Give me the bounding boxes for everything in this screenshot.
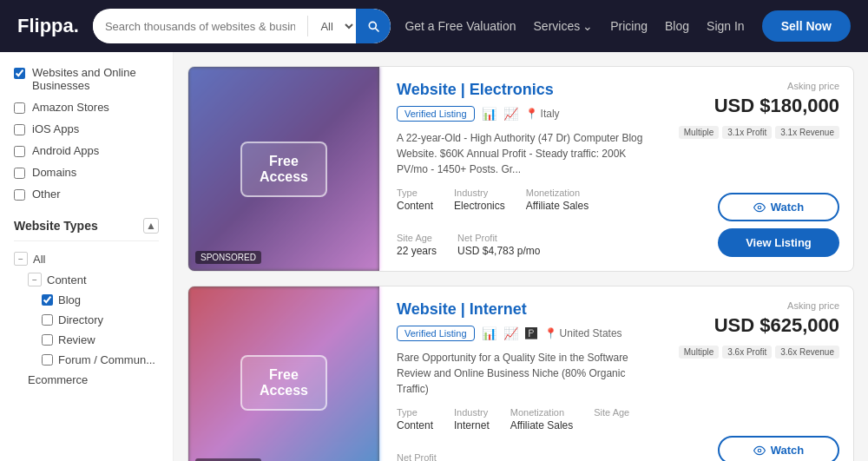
watch-button-2[interactable]: Watch [718, 436, 839, 461]
asking-price-2: USD $625,000 [714, 314, 839, 337]
tree-forum-checkbox[interactable] [42, 354, 53, 366]
paypal-icon-2: 🅿 [525, 326, 537, 340]
location-pin-icon-2: 📍 [544, 327, 557, 339]
eye-icon-2 [753, 445, 766, 457]
nav-valuation[interactable]: Get a Free Valuation [404, 19, 516, 33]
location-pin-icon-1: 📍 [525, 108, 538, 120]
location-2: 📍 United States [544, 327, 622, 339]
meta-monetization-value-1: Affiliate Sales [526, 200, 589, 212]
tree-all-label: All [33, 253, 45, 266]
tree-all[interactable]: − All [14, 252, 159, 266]
sidebar: Websites and Online Businesses Amazon St… [0, 52, 174, 461]
filter-amazon[interactable]: Amazon Stores [14, 101, 159, 114]
meta-industry-label-2: Industry [454, 407, 490, 418]
meta-type-2: Type Content [397, 407, 433, 431]
tree-blog-label: Blog [58, 293, 81, 306]
tree-forum[interactable]: Forum / Commun... [14, 353, 159, 366]
listing-meta-2: Type Content Industry Internet Monetizat… [397, 407, 645, 461]
listing-right-1: Asking price USD $180,000 Multiple 3.1x … [662, 67, 853, 271]
meta-industry-value-2: Internet [454, 419, 490, 431]
tree-directory-checkbox[interactable] [42, 314, 53, 326]
filter-section-types: Websites and Online Businesses Amazon St… [14, 66, 159, 201]
verified-badge-1: Verified Listing [397, 106, 475, 122]
meta-age-1: Site Age 22 years [397, 233, 437, 257]
multiple-badge-1-0: Multiple [679, 126, 719, 139]
listing-card-2: FreeAccess SPONSORED Website | Internet … [187, 286, 854, 461]
tree-content-label: Content [47, 273, 87, 286]
search-button[interactable] [356, 9, 391, 43]
meta-profit-1: Net Profit USD $4,783 p/mo [457, 233, 540, 257]
meta-profit-label-1: Net Profit [457, 233, 540, 243]
search-bar: All [93, 9, 391, 43]
tree-blog[interactable]: Blog [14, 293, 159, 306]
filter-domains-label: Domains [32, 166, 76, 179]
chevron-down-icon: ⌄ [582, 19, 593, 33]
multiples-2: Multiple 3.6x Profit 3.6x Revenue [679, 346, 839, 359]
filter-ios-checkbox[interactable] [14, 124, 25, 135]
tree-content-collapse[interactable]: − [28, 273, 42, 286]
filter-ios[interactable]: iOS Apps [14, 122, 159, 135]
tree-directory-label: Directory [58, 313, 103, 326]
tree-blog-checkbox[interactable] [42, 294, 53, 306]
watch-button-1[interactable]: Watch [718, 193, 839, 221]
asking-label-1: Asking price [787, 81, 839, 91]
listing-title-2: Website | Internet [397, 300, 645, 319]
website-types-collapse-btn[interactable]: ▲ [143, 218, 159, 234]
meta-industry-1: Industry Electronics [454, 188, 505, 212]
website-types-title: Website Types [14, 219, 98, 233]
filter-domains-checkbox[interactable] [14, 168, 25, 179]
listing-desc-2: Rare Opportunity for a Quality Site in t… [397, 350, 645, 397]
filter-other-checkbox[interactable] [14, 189, 25, 201]
tree-forum-label: Forum / Commun... [58, 353, 155, 366]
meta-profit-value-1: USD $4,783 p/mo [457, 245, 540, 257]
search-filter-select[interactable]: All [308, 12, 356, 41]
nav-pricing[interactable]: Pricing [610, 19, 648, 33]
nav-signin[interactable]: Sign In [707, 19, 745, 33]
listing-card-1: FreeAccess SPONSORED Website | Electroni… [187, 66, 854, 272]
listing-badges-2: Verified Listing 📊 📈 🅿 📍 United States [397, 326, 645, 341]
logo: Flippa. [17, 15, 79, 37]
listing-badges-1: Verified Listing 📊 📈 📍 Italy [397, 106, 645, 122]
filter-websites-checkbox[interactable] [14, 68, 25, 79]
filter-android[interactable]: Android Apps [14, 144, 159, 157]
bar-icon-2: 📈 [503, 326, 518, 340]
meta-monetization-value-2: Affiliate Sales [510, 419, 574, 431]
tree-review[interactable]: Review [14, 333, 159, 346]
meta-monetization-label-1: Monetization [526, 188, 589, 198]
listing-right-2: Asking price USD $625,000 Multiple 3.6x … [662, 286, 853, 461]
sell-now-button[interactable]: Sell Now [762, 10, 851, 42]
view-listing-button-1[interactable]: View Listing [718, 228, 839, 257]
listings-container: FreeAccess SPONSORED Website | Electroni… [174, 52, 868, 461]
nav-links: Get a Free Valuation Services ⌄ Pricing … [404, 10, 851, 42]
filter-other[interactable]: Other [14, 188, 159, 201]
listing-image-2: FreeAccess SPONSORED [188, 286, 379, 461]
nav-blog[interactable]: Blog [665, 19, 689, 33]
chart-icon-1: 📊 [482, 107, 496, 121]
filter-android-checkbox[interactable] [14, 146, 25, 157]
tree-ecommerce[interactable]: Ecommerce [14, 373, 159, 386]
filter-domains[interactable]: Domains [14, 166, 159, 179]
meta-type-value-2: Content [397, 419, 433, 431]
meta-profit-label-2: Net Profit [397, 452, 437, 461]
tree-all-collapse[interactable]: − [14, 252, 28, 266]
multiples-1: Multiple 3.1x Profit 3.1x Revenue [679, 126, 839, 139]
action-btns-1: Watch View Listing [676, 193, 839, 257]
meta-profit-2: Net Profit [397, 452, 437, 461]
svg-point-0 [758, 206, 761, 209]
tree-review-checkbox[interactable] [42, 334, 53, 346]
tree-directory[interactable]: Directory [14, 313, 159, 326]
location-text-2: United States [560, 327, 622, 339]
filter-websites-label: Websites and Online Businesses [32, 66, 159, 92]
tree-review-label: Review [58, 333, 95, 346]
tree-content[interactable]: − Content [14, 273, 159, 286]
tree-ecommerce-label: Ecommerce [28, 373, 88, 386]
filter-websites[interactable]: Websites and Online Businesses [14, 66, 159, 92]
meta-type-label-2: Type [397, 407, 433, 418]
filter-amazon-checkbox[interactable] [14, 102, 25, 114]
multiple-badge-2-0: Multiple [679, 346, 719, 359]
chart-icon-2: 📊 [482, 326, 496, 340]
nav-services[interactable]: Services ⌄ [534, 19, 594, 33]
multiple-badge-1-1: 3.1x Profit [722, 126, 772, 139]
meta-age-label-2: Site Age [594, 407, 629, 418]
search-input[interactable] [93, 13, 307, 40]
